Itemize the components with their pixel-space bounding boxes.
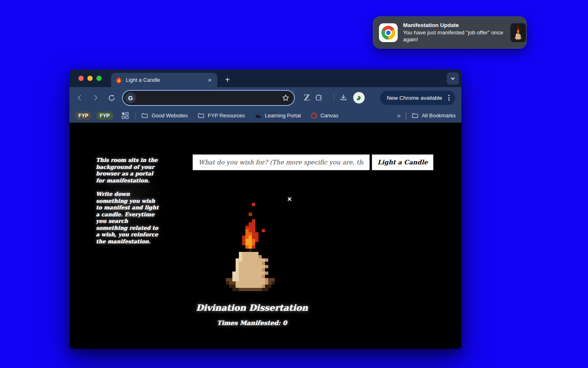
notification-text: Manifestation Update You have just manif… xyxy=(403,22,505,43)
address-bar[interactable]: G xyxy=(122,90,295,106)
tab-light-a-candle[interactable]: Light a Candle × xyxy=(111,73,217,87)
fire-favicon-icon xyxy=(116,76,122,83)
bookmark-badge-fyp-gray[interactable]: FYP xyxy=(75,112,91,120)
google-search-icon: G xyxy=(125,92,136,103)
address-input[interactable] xyxy=(139,91,278,105)
zotero-extension-icon[interactable]: Z xyxy=(304,93,310,103)
forward-button[interactable] xyxy=(90,92,101,103)
minimize-window-button[interactable] xyxy=(87,76,93,81)
times-manifested-value: 0 xyxy=(283,319,287,327)
notification-title: Manifestation Update xyxy=(403,22,505,28)
downloads-icon[interactable] xyxy=(338,92,349,103)
menu-kebab-icon[interactable] xyxy=(446,93,452,102)
folder-icon xyxy=(197,112,205,119)
dismiss-close-icon[interactable]: × xyxy=(285,195,294,204)
page-content: This room sits in the background of your… xyxy=(69,123,461,349)
extensions-puzzle-icon[interactable] xyxy=(314,92,324,103)
chrome-update-button[interactable]: New Chrome available xyxy=(380,91,455,105)
notification-manifestation[interactable]: Manifestation Update You have just manif… xyxy=(373,16,527,49)
bookmark-learning-portal[interactable]: Learning Portal xyxy=(254,112,301,119)
window-controls xyxy=(78,76,102,81)
tab-close-icon[interactable]: × xyxy=(207,76,212,83)
canvas-icon xyxy=(310,112,318,119)
reload-button[interactable] xyxy=(106,92,117,103)
times-manifested: Times Manifested: 0 xyxy=(146,319,358,327)
folder-icon xyxy=(411,112,419,119)
bookmark-label: Learning Portal xyxy=(265,112,301,119)
tab-groups-grid-icon[interactable] xyxy=(121,112,129,119)
bookmark-canvas[interactable]: Canvas xyxy=(310,112,339,119)
chevron-down-icon xyxy=(450,75,456,82)
tab-strip: Light a Candle × + xyxy=(69,70,461,87)
bookmark-badge-fyp-green[interactable]: FYP xyxy=(96,112,113,120)
bookmark-good-websites[interactable]: Good Websites xyxy=(141,112,188,119)
browser-window: Light a Candle × + xyxy=(69,70,461,349)
bookmarks-divider xyxy=(136,112,136,119)
zoom-window-button[interactable] xyxy=(96,76,102,81)
profile-avatar[interactable] xyxy=(353,92,365,103)
candle-pixel-art xyxy=(226,203,278,291)
bookmarks-overflow-chevron[interactable]: » xyxy=(397,112,401,120)
toolbar: G Z xyxy=(69,87,461,108)
toolbar-divider xyxy=(334,94,334,102)
back-button[interactable] xyxy=(74,92,85,103)
desktop: Manifestation Update You have just manif… xyxy=(0,0,588,368)
bookmarks-bar: FYP FYP Good Websites FYP Resources xyxy=(69,108,461,123)
update-label: New Chrome available xyxy=(387,95,442,101)
intro-text: This room sits in the background of your… xyxy=(96,157,160,245)
notification-body: You have just manifested "job offer" onc… xyxy=(403,29,505,43)
intro-paragraph-1: This room sits in the background of your… xyxy=(96,157,160,184)
candle-thumbnail-art xyxy=(514,25,523,40)
bookmarks-divider xyxy=(405,112,406,119)
tab-title: Light a Candle xyxy=(126,77,203,83)
folder-icon xyxy=(141,112,149,119)
bookmark-label: All Bookmarks xyxy=(422,112,456,119)
bookmark-label: Good Websites xyxy=(151,112,188,119)
bookmark-star-icon[interactable] xyxy=(281,94,290,102)
times-manifested-label: Times Manifested: xyxy=(217,319,281,327)
bookmark-label: Canvas xyxy=(321,112,339,119)
bookmark-label: FYP Resources xyxy=(208,112,245,119)
candle-art-canvas xyxy=(226,203,278,291)
candle-thumbnail xyxy=(510,23,526,42)
tab-search-button[interactable] xyxy=(447,72,459,85)
bookmark-all-bookmarks[interactable]: All Bookmarks xyxy=(411,112,456,119)
mountain-icon xyxy=(254,112,262,119)
new-tab-button[interactable]: + xyxy=(221,74,234,86)
green-plant-icon xyxy=(355,94,363,102)
bookmark-fyp-resources[interactable]: FYP Resources xyxy=(197,112,245,119)
intro-paragraph-2: Write down something you wish to manifes… xyxy=(96,191,160,245)
candle-title: Divination Dissertation xyxy=(146,303,358,313)
close-window-button[interactable] xyxy=(78,76,84,81)
light-candle-button[interactable]: Light a Candle xyxy=(371,154,434,171)
wish-form: Light a Candle xyxy=(192,154,434,171)
chrome-icon xyxy=(379,23,398,42)
wish-input[interactable] xyxy=(192,154,370,171)
chrome-logo xyxy=(381,26,395,40)
